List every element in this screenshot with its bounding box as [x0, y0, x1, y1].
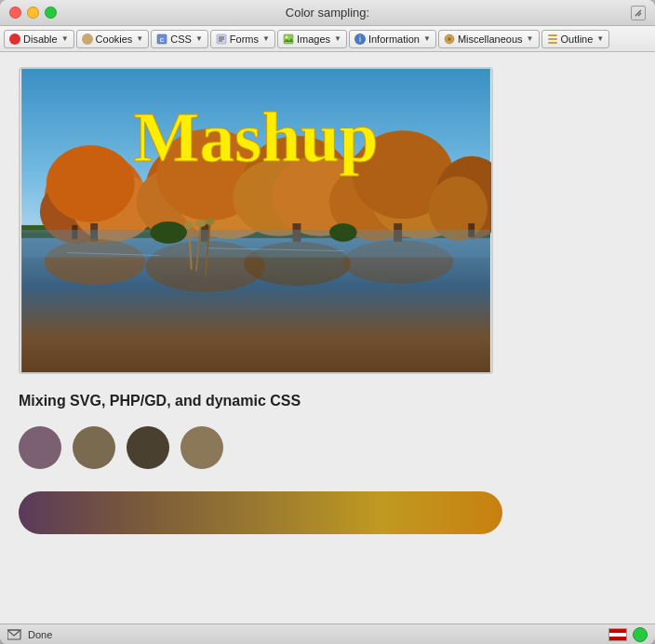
titlebar: Color sampling:: [0, 0, 655, 26]
svg-point-9: [448, 37, 451, 41]
outline-button[interactable]: Outline ▼: [541, 30, 610, 48]
status-right: [608, 627, 648, 642]
svg-point-20: [47, 145, 135, 222]
disable-dropdown-arrow: ▼: [61, 34, 69, 43]
window-title: Color sampling:: [286, 6, 369, 20]
svg-rect-12: [548, 42, 557, 44]
svg-point-47: [150, 221, 187, 244]
outline-icon: [547, 34, 558, 44]
window-controls: [9, 7, 57, 19]
images-dropdown-arrow: ▼: [334, 34, 341, 43]
svg-point-52: [195, 220, 207, 227]
information-button[interactable]: i Information ▼: [349, 30, 436, 48]
information-dropdown-arrow: ▼: [423, 34, 431, 43]
status-dot: [633, 627, 648, 642]
forms-button[interactable]: Forms ▼: [210, 30, 275, 48]
misc-icon: [444, 34, 455, 45]
color-circles-container: [19, 426, 636, 469]
images-icon: [283, 34, 294, 45]
svg-marker-57: [7, 630, 20, 636]
svg-point-53: [206, 218, 215, 225]
statusbar: Done: [0, 624, 655, 644]
disable-button[interactable]: Disable ▼: [4, 30, 74, 48]
gradient-bar: [19, 491, 502, 534]
status-text: Done: [28, 629, 52, 640]
status-icon: [7, 628, 22, 641]
maximize-button[interactable]: [45, 7, 57, 19]
css-dropdown-arrow: ▼: [195, 34, 203, 43]
outline-dropdown-arrow: ▼: [596, 34, 604, 43]
close-button[interactable]: [9, 7, 21, 19]
cookies-button[interactable]: Cookies ▼: [76, 30, 150, 48]
forms-dropdown-arrow: ▼: [262, 34, 270, 43]
main-window: Color sampling: Disable ▼ Cookies ▼ C CS…: [0, 0, 655, 644]
resize-button[interactable]: [631, 6, 646, 20]
disable-icon: [9, 34, 20, 45]
cookies-icon: [82, 34, 93, 45]
css-icon: C: [156, 34, 167, 45]
landscape-scene: Mashup: [20, 69, 491, 372]
svg-text:Mashup: Mashup: [134, 99, 379, 176]
misc-dropdown-arrow: ▼: [527, 34, 534, 43]
minimize-button[interactable]: [27, 7, 39, 19]
css-button[interactable]: C CSS ▼: [151, 30, 208, 48]
toolbar: Disable ▼ Cookies ▼ C CSS ▼ Forms ▼: [0, 26, 655, 52]
information-icon: i: [354, 34, 366, 45]
images-button[interactable]: Images ▼: [277, 30, 347, 48]
miscellaneous-button[interactable]: Miscellaneous ▼: [438, 30, 540, 48]
color-circle-4: [180, 426, 223, 469]
forms-icon: [216, 34, 227, 45]
color-circle-3: [127, 426, 169, 469]
landscape-image: Mashup: [19, 67, 493, 374]
svg-text:C: C: [160, 37, 165, 43]
main-content: Mashup Mixing SVG, PHP/GD, and dynamic C…: [0, 52, 655, 624]
svg-point-54: [184, 221, 194, 229]
page-heading: Mixing SVG, PHP/GD, and dynamic CSS: [19, 393, 636, 409]
svg-point-48: [329, 223, 357, 242]
cookies-dropdown-arrow: ▼: [136, 34, 143, 43]
color-circle-1: [19, 426, 61, 469]
svg-rect-11: [548, 38, 557, 40]
color-circle-2: [73, 426, 115, 469]
scene-svg: Mashup: [20, 69, 491, 372]
svg-rect-10: [548, 34, 557, 36]
flag-icon: [608, 628, 627, 641]
svg-point-7: [285, 35, 287, 38]
status-left: Done: [7, 628, 52, 641]
